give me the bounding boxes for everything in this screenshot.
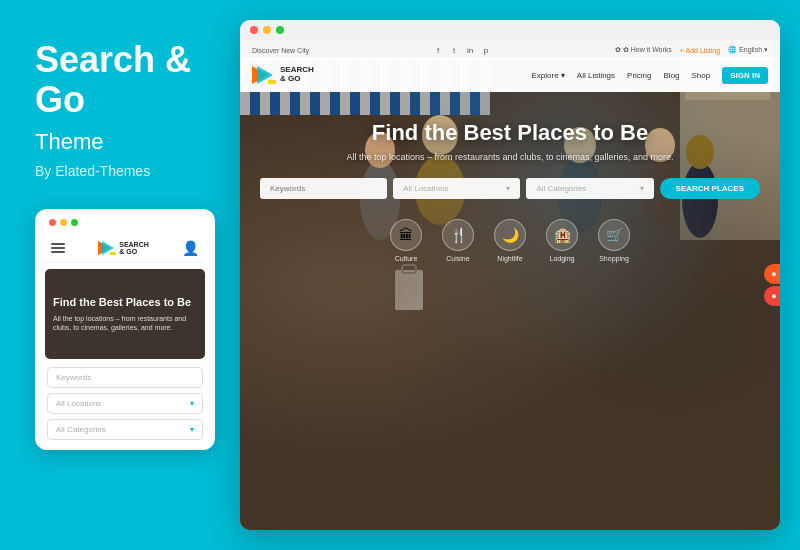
left-panel: Search & Go Theme By Elated-Themes: [0, 0, 240, 550]
category-cuisine[interactable]: 🍴 Cuisine: [442, 219, 474, 262]
category-nightlife[interactable]: 🌙 Nightlife: [494, 219, 526, 262]
pinterest-icon[interactable]: p: [480, 44, 492, 56]
brand-title: Search & Go: [35, 40, 205, 119]
search-places-button[interactable]: SEARCH PLACES: [660, 178, 760, 199]
twitter-icon[interactable]: t: [448, 44, 460, 56]
category-shopping[interactable]: 🛒 Shopping: [598, 219, 630, 262]
sidebar-circle-red[interactable]: ●: [764, 286, 780, 306]
lodging-icon: 🏨: [546, 219, 578, 251]
categories-dropdown[interactable]: All Categories ▾: [526, 178, 653, 199]
desktop-topbar: Discover New City f t in p ✿ ✿ How it Wo…: [240, 40, 780, 60]
nav-shop-link[interactable]: Shop: [692, 71, 711, 80]
chevron-down-icon: ▾: [190, 425, 194, 434]
mobile-categories-input[interactable]: All Categories ▾: [47, 419, 203, 440]
mobile-keywords-label: Keywords: [56, 373, 91, 382]
nav-all-listings-link[interactable]: All Listings: [577, 71, 615, 80]
chevron-down-icon: ▾: [190, 399, 194, 408]
brand-by: By Elated-Themes: [35, 163, 205, 179]
mobile-hero-title: Find the Best Places to Be: [53, 295, 197, 309]
nightlife-icon: 🌙: [494, 219, 526, 251]
topbar-right-links: ✿ ✿ How it Works + Add Listing 🌐 English…: [615, 46, 768, 54]
mobile-dot-yellow: [60, 219, 67, 226]
mobile-dot-green: [71, 219, 78, 226]
hero-background: PIZZA: [240, 40, 780, 530]
topbar-discover-text: Discover New City: [252, 47, 309, 54]
svg-rect-11: [240, 40, 780, 530]
culture-icon: 🏛: [390, 219, 422, 251]
hamburger-line: [51, 247, 65, 249]
hamburger-line: [51, 243, 65, 245]
nav-explore-link[interactable]: Explore ▾: [531, 71, 564, 80]
mobile-locations-input[interactable]: All Locations ▾: [47, 393, 203, 414]
cuisine-label: Cuisine: [446, 255, 469, 262]
search-bar: All Locations ▾ All Categories ▾ SEARCH …: [260, 178, 760, 199]
hamburger-line: [51, 251, 65, 253]
mobile-logo-icon: [98, 239, 116, 257]
mobile-logo-text: SEARCH & GO: [119, 241, 149, 256]
svg-rect-22: [395, 270, 423, 310]
category-culture[interactable]: 🏛 Culture: [390, 219, 422, 262]
keywords-input[interactable]: [260, 178, 387, 199]
nav-blog-link[interactable]: Blog: [664, 71, 680, 80]
shopping-label: Shopping: [599, 255, 629, 262]
sidebar-circle-orange[interactable]: ●: [764, 264, 780, 284]
mobile-logo: SEARCH & GO: [98, 239, 149, 257]
how-it-works-link[interactable]: ✿ ✿ How it Works: [615, 46, 672, 54]
hamburger-icon[interactable]: [51, 243, 65, 253]
culture-label: Culture: [395, 255, 418, 262]
facebook-icon[interactable]: f: [432, 44, 444, 56]
mobile-title-bar: [45, 219, 205, 226]
svg-rect-2: [110, 252, 116, 255]
desktop-mainnav: SEARCH & GO Explore ▾ All Listings Prici…: [240, 58, 780, 92]
mobile-categories-label: All Categories: [56, 425, 106, 434]
mobile-locations-label: All Locations: [56, 399, 101, 408]
mobile-mockup: SEARCH & GO 👤 Find the Best Places to Be…: [35, 209, 215, 450]
right-sidebar-circles: ● ●: [764, 264, 780, 306]
brand-subtitle: Theme: [35, 129, 205, 155]
nightlife-label: Nightlife: [497, 255, 522, 262]
hero-subtitle: All the top locations – from restaurants…: [260, 152, 760, 162]
hero-content: Find the Best Places to Be All the top l…: [240, 120, 780, 262]
category-row: 🏛 Culture 🍴 Cuisine 🌙 Nightlife 🏨 Lodgin…: [260, 211, 760, 262]
chevron-down-icon: ▾: [640, 184, 644, 193]
signin-button[interactable]: SIGN IN: [722, 67, 768, 84]
topbar-social-icons: f t in p: [432, 44, 492, 56]
lodging-label: Lodging: [550, 255, 575, 262]
category-lodging[interactable]: 🏨 Lodging: [546, 219, 578, 262]
desktop-logo: SEARCH & GO: [252, 63, 314, 87]
desktop-dot-red: [250, 26, 258, 34]
svg-rect-23: [402, 265, 416, 273]
nav-pricing-link[interactable]: Pricing: [627, 71, 651, 80]
mobile-inputs: Keywords All Locations ▾ All Categories …: [45, 367, 205, 440]
svg-rect-3: [240, 40, 780, 530]
desktop-logo-icon: [252, 63, 276, 87]
desktop-mockup: PIZZA: [240, 20, 780, 530]
desktop-dot-yellow: [263, 26, 271, 34]
language-dropdown[interactable]: 🌐 English ▾: [728, 46, 768, 54]
cuisine-icon: 🍴: [442, 219, 474, 251]
mobile-keywords-input[interactable]: Keywords: [47, 367, 203, 388]
locations-label: All Locations: [403, 184, 448, 193]
desktop-nav-links: Explore ▾ All Listings Pricing Blog Shop…: [531, 67, 768, 84]
chevron-down-icon: ▾: [506, 184, 510, 193]
shopping-icon: 🛒: [598, 219, 630, 251]
add-listing-link[interactable]: + Add Listing: [680, 47, 720, 54]
mobile-hero-subtitle: All the top locations – from restaurants…: [53, 314, 197, 334]
desktop-dot-green: [276, 26, 284, 34]
mobile-user-icon[interactable]: 👤: [182, 240, 199, 256]
instagram-icon[interactable]: in: [464, 44, 476, 56]
hero-title: Find the Best Places to Be: [260, 120, 760, 146]
mobile-hero: Find the Best Places to Be All the top l…: [45, 269, 205, 359]
locations-dropdown[interactable]: All Locations ▾: [393, 178, 520, 199]
desktop-title-bar: [240, 20, 780, 40]
desktop-logo-text: SEARCH & GO: [280, 66, 314, 84]
mobile-nav: SEARCH & GO 👤: [45, 234, 205, 263]
svg-rect-26: [268, 80, 276, 84]
categories-label: All Categories: [536, 184, 586, 193]
mobile-dot-red: [49, 219, 56, 226]
desktop-content: PIZZA: [240, 40, 780, 530]
hero-illustration: PIZZA: [240, 40, 780, 530]
mobile-dots: [49, 219, 78, 226]
